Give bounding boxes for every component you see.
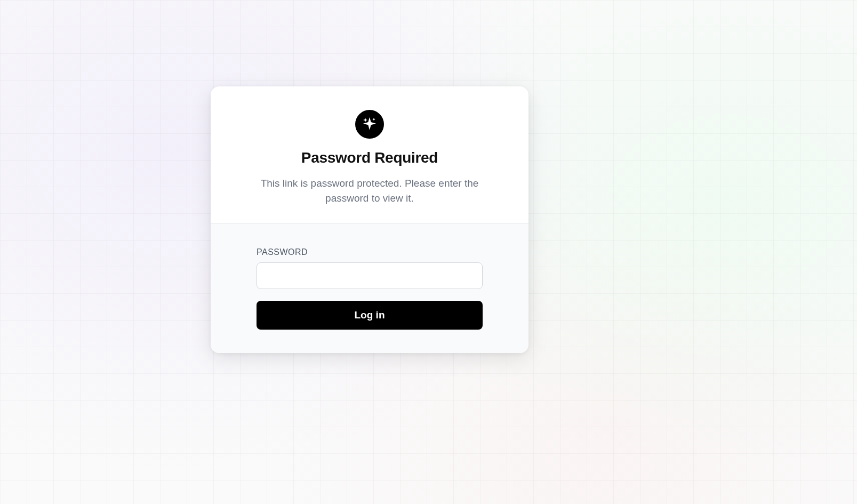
card-title: Password Required	[301, 149, 438, 166]
password-label: PASSWORD	[257, 247, 483, 257]
card-subtitle: This link is password protected. Please …	[252, 176, 487, 205]
sparkle-icon-svg	[361, 116, 378, 133]
login-button[interactable]: Log in	[257, 301, 483, 330]
password-card: Password Required This link is password …	[211, 86, 528, 353]
card-header: Password Required This link is password …	[211, 86, 528, 224]
password-input[interactable]	[257, 262, 483, 289]
sparkle-icon	[355, 110, 384, 139]
card-body: PASSWORD Log in	[211, 224, 528, 353]
